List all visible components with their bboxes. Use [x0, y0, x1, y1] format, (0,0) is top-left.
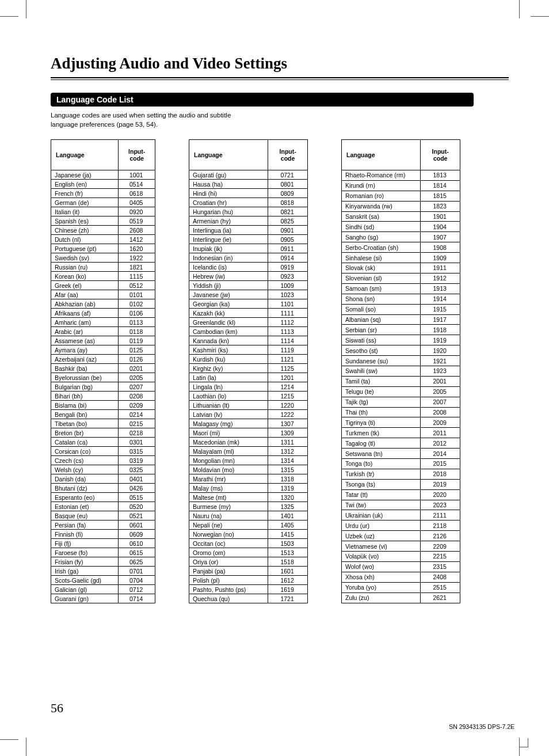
- language-name: Maori (mi): [189, 428, 268, 438]
- language-name: Catalan (ca): [51, 438, 119, 447]
- language-code: 1311: [268, 438, 308, 447]
- table-row: Serbo-Croatian (sh)1908: [342, 242, 460, 253]
- language-code: 1821: [119, 263, 155, 272]
- language-name: Shona (sn): [342, 294, 421, 304]
- table-row: Catalan (ca)0301: [51, 438, 155, 447]
- title-rule: [51, 77, 509, 80]
- language-code: 0215: [119, 419, 155, 428]
- table-row: Bhutani (dz)0426: [51, 484, 155, 493]
- language-name: Norwegian (no): [189, 530, 268, 539]
- table-row: Slovenian (sl)1912: [342, 273, 460, 283]
- table-row: Yoruba (yo)2515: [342, 582, 460, 592]
- table-row: Afrikaans (af)0106: [51, 309, 155, 318]
- table-row: Malay (ms)1319: [189, 484, 308, 493]
- table-row: Scots-Gaelic (gd)0704: [51, 576, 155, 585]
- language-code: 0905: [268, 235, 308, 244]
- language-name: Yoruba (yo): [342, 582, 421, 592]
- language-name: Sesotho (st): [342, 345, 421, 356]
- language-code: 0821: [268, 207, 308, 216]
- table-row: Laothian (lo)1215: [189, 392, 308, 401]
- language-name: Bislama (bi): [51, 401, 119, 410]
- language-name: Malayalam (ml): [189, 447, 268, 456]
- crop-mark: [26, 738, 26, 756]
- language-name: Quechua (qu): [189, 594, 268, 603]
- language-code: 0920: [119, 207, 155, 216]
- table-row: Quechua (qu)1721: [189, 594, 308, 603]
- table-row: Kannada (kn)1114: [189, 336, 308, 345]
- language-name: Bashkir (ba): [51, 364, 119, 373]
- language-code: 2209: [421, 541, 460, 552]
- table-row: English (en)0514: [51, 180, 155, 189]
- language-code: 0218: [119, 428, 155, 438]
- language-code: 1415: [268, 530, 308, 539]
- language-name: Bengali (bn): [51, 410, 119, 419]
- language-name: Welsh (cy): [51, 465, 119, 474]
- language-code: 0201: [119, 364, 155, 373]
- table-row: Telugu (te)2005: [342, 386, 460, 397]
- language-name: Estonian (et): [51, 502, 119, 511]
- table-header-language: Language: [189, 140, 268, 170]
- language-code: 0301: [119, 438, 155, 447]
- table-row: Fiji (fj)0610: [51, 539, 155, 548]
- language-table-1: Language Input-code Japanese (ja)1001Eng…: [51, 139, 155, 603]
- language-code: 1907: [421, 232, 460, 242]
- table-row: Finnish (fi)0609: [51, 530, 155, 539]
- table-row: Burmese (my)1325: [189, 502, 308, 511]
- table-row: Sanskrit (sa)1901: [342, 211, 460, 222]
- language-name: Tonga (to): [342, 458, 421, 469]
- language-name: Icelandic (is): [189, 263, 268, 272]
- language-code: 1513: [268, 548, 308, 557]
- table-row: Tamil (ta)2001: [342, 376, 460, 386]
- language-code: 1325: [268, 502, 308, 511]
- language-code: 0825: [268, 216, 308, 226]
- language-name: Byelorussian (be): [51, 373, 119, 382]
- table-row: Bihari (bh)0208: [51, 392, 155, 401]
- language-code: 0125: [119, 345, 155, 355]
- language-name: Cambodian (km): [189, 327, 268, 336]
- language-name: Mongolian (mn): [189, 456, 268, 465]
- language-code: 0113: [119, 318, 155, 327]
- language-name: Breton (br): [51, 428, 119, 438]
- language-code: 0610: [119, 539, 155, 548]
- language-code: 2621: [421, 592, 460, 603]
- language-name: Interlingua (ia): [189, 226, 268, 235]
- language-code: 0325: [119, 465, 155, 474]
- table-row: Welsh (cy)0325: [51, 465, 155, 474]
- language-code: 1922: [119, 253, 155, 263]
- language-name: Hebrew (iw): [189, 272, 268, 281]
- table-row: Pashto, Pushto (ps)1619: [189, 585, 308, 594]
- table-row: Somali (so)1915: [342, 304, 460, 314]
- table-row: Assamese (as)0119: [51, 336, 155, 345]
- language-code: 1904: [421, 222, 460, 232]
- language-name: Burmese (my): [189, 502, 268, 511]
- language-code: 1320: [268, 493, 308, 502]
- table-row: Polish (pl)1612: [189, 576, 308, 585]
- language-code: 0701: [119, 567, 155, 576]
- language-code: 0818: [268, 198, 308, 207]
- table-header-code: Input-code: [119, 140, 155, 170]
- language-code: 0101: [119, 290, 155, 299]
- table-row: Bulgarian (bg)0207: [51, 382, 155, 392]
- language-name: Guarani (gn): [51, 594, 119, 603]
- table-row: Mongolian (mn)1314: [189, 456, 308, 465]
- language-code: 1920: [421, 345, 460, 356]
- language-name: English (en): [51, 180, 119, 189]
- language-name: Kirghiz (ky): [189, 364, 268, 373]
- page-number: 56: [51, 701, 63, 716]
- table-row: Guarani (gn)0714: [51, 594, 155, 603]
- language-code: 1721: [268, 594, 308, 603]
- language-name: Rhaeto-Romance (rm): [342, 170, 421, 181]
- language-name: Tibetan (bo): [51, 419, 119, 428]
- table-row: German (de)0405: [51, 198, 155, 207]
- language-name: Polish (pl): [189, 576, 268, 585]
- language-name: Setswana (tn): [342, 449, 421, 459]
- language-name: Greenlandic (kl): [189, 318, 268, 327]
- language-code: 1319: [268, 484, 308, 493]
- language-name: Maltese (mt): [189, 493, 268, 502]
- language-name: Serbo-Croatian (sh): [342, 242, 421, 253]
- language-name: Portuguese (pt): [51, 244, 119, 253]
- language-name: Sinhalese (si): [342, 253, 421, 263]
- language-code: 0405: [119, 198, 155, 207]
- table-row: Oromo (om)1513: [189, 548, 308, 557]
- language-code: 0214: [119, 410, 155, 419]
